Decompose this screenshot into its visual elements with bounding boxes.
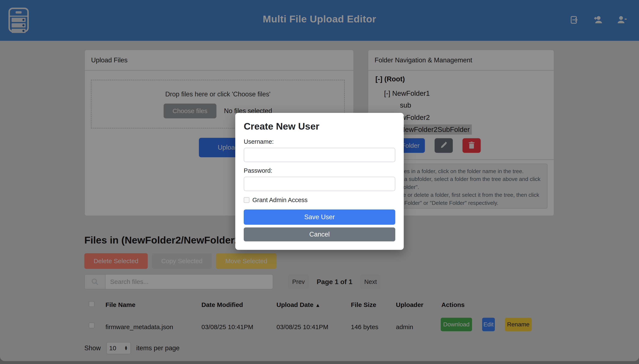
save-user-button[interactable]: Save User	[244, 210, 395, 225]
grant-admin-label: Grant Admin Access	[252, 196, 308, 204]
cancel-button[interactable]: Cancel	[244, 228, 395, 242]
password-label: Password:	[244, 167, 395, 174]
modal-title: Create New User	[244, 121, 395, 132]
password-field[interactable]	[244, 177, 395, 191]
grant-admin-checkbox[interactable]	[244, 197, 250, 203]
username-field[interactable]	[244, 148, 395, 162]
create-user-modal: Create New User Username: Password: Gran…	[235, 113, 404, 250]
username-label: Username:	[244, 138, 395, 145]
app-root: Multi File Upload Editor	[0, 0, 639, 364]
